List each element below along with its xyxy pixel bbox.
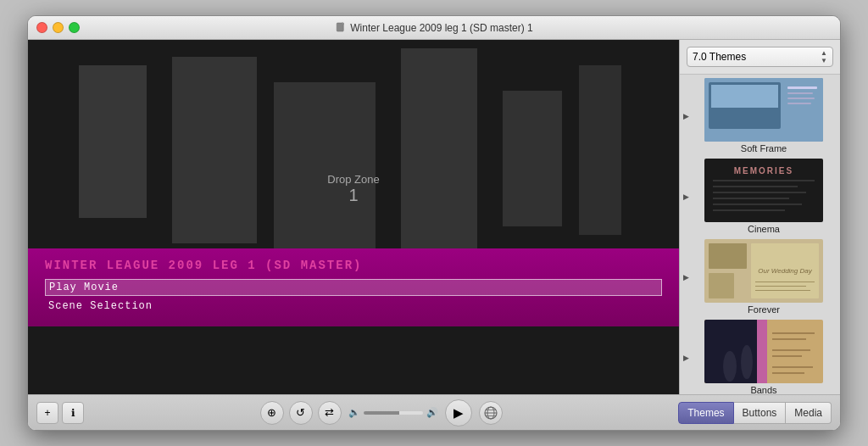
theme-item-bands[interactable]: ▶ (683, 320, 837, 394)
theme-item-soft-frame[interactable]: ▶ (683, 78, 837, 153)
minimize-button[interactable] (53, 22, 64, 33)
dvd-menu-title: WINTER LEAGUE 2009 LEG 1 (SD MASTER) (45, 259, 662, 272)
dropdown-label: 7.0 Themes (693, 51, 746, 63)
soft-frame-preview (704, 78, 823, 142)
svg-rect-15 (713, 198, 789, 199)
shuffle-icon: ⇄ (325, 406, 334, 419)
themes-list[interactable]: ▶ (680, 75, 840, 394)
theme-item-cinema[interactable]: ▶ MEMORIES (683, 159, 837, 234)
theme-thumb-bands (704, 320, 823, 383)
svg-rect-30 (757, 320, 767, 383)
volume-min-icon: 🔈 (348, 407, 360, 418)
theme-thumb-wrap-forever: Our Wedding Day Forever (691, 239, 837, 315)
loop-button[interactable]: ↺ (289, 401, 313, 425)
svg-rect-25 (755, 290, 810, 291)
menu-item-play[interactable]: Play Movie (45, 279, 662, 296)
svg-rect-34 (772, 355, 802, 357)
shuffle-button[interactable]: ⇄ (318, 401, 342, 425)
volume-slider[interactable] (364, 411, 423, 415)
tab-buttons[interactable]: Buttons (734, 402, 787, 424)
tab-media-label: Media (794, 407, 822, 419)
play-button[interactable]: ▶ (445, 399, 472, 426)
svg-rect-6 (787, 86, 817, 89)
tab-themes-label: Themes (687, 407, 724, 419)
maximize-button[interactable] (69, 22, 80, 33)
svg-point-28 (723, 351, 737, 382)
svg-rect-14 (713, 192, 806, 193)
network-button[interactable]: ⊕ (260, 401, 284, 425)
close-button[interactable] (36, 22, 47, 33)
titlebar: Winter League 2009 leg 1 (SD master) 1 (28, 16, 840, 40)
theme-arrow-soft-frame: ▶ (683, 112, 689, 120)
dropdown-arrows-icon: ▲ ▼ (821, 49, 827, 64)
window-title: Winter League 2009 leg 1 (SD master) 1 (335, 22, 532, 34)
svg-rect-32 (772, 338, 806, 340)
svg-rect-35 (772, 366, 813, 368)
tab-themes[interactable]: Themes (678, 402, 733, 424)
add-button[interactable]: + (36, 402, 58, 424)
svg-rect-31 (772, 332, 815, 334)
bg-rect-6 (579, 65, 621, 235)
theme-thumb-wrap-soft-frame: Soft Frame (691, 78, 837, 153)
theme-name-soft-frame: Soft Frame (691, 143, 837, 153)
preview-area: Drop Zone 1  WINTER LEAGUE 2009 LEG 1 (… (28, 40, 679, 394)
svg-rect-20 (709, 273, 734, 298)
svg-rect-33 (772, 349, 810, 351)
right-panel: 7.0 Themes ▲ ▼ ▶ (679, 40, 840, 394)
theme-name-bands: Bands (691, 385, 837, 394)
theme-arrow-bands: ▶ (683, 354, 689, 362)
svg-rect-17 (713, 209, 785, 211)
play-icon: ▶ (453, 405, 464, 421)
bg-rect-5 (503, 91, 562, 226)
drop-zone-number: 1 (327, 186, 379, 205)
bg-rect-2 (172, 57, 257, 243)
toolbar-left: + ℹ (36, 402, 84, 424)
drop-zone-label: Drop Zone (327, 173, 379, 186)
svg-rect-19 (709, 243, 747, 269)
forever-svg: Our Wedding Day (704, 239, 823, 303)
volume-area: 🔈 🔊 (348, 407, 438, 418)
dvd-menu-bar: WINTER LEAGUE 2009 LEG 1 (SD MASTER) Pla… (28, 248, 679, 326)
svg-text:Our Wedding Day: Our Wedding Day (758, 267, 812, 275)
dvd-preview: Drop Zone 1  WINTER LEAGUE 2009 LEG 1 (… (28, 40, 679, 394)
svg-rect-13 (713, 186, 798, 187)
svg-text:MEMORIES: MEMORIES (734, 166, 793, 176)
themes-dropdown-bar: 7.0 Themes ▲ ▼ (680, 40, 840, 75)
toolbar: + ℹ ⊕ ↺ ⇄ 🔈 🔊 (28, 394, 840, 430)
theme-name-cinema: Cinema (691, 224, 837, 234)
bg-rect-3 (274, 82, 376, 252)
volume-max-icon: 🔊 (426, 407, 438, 418)
loop-icon: ↺ (296, 406, 305, 419)
theme-item-forever[interactable]: ▶ Our Wedding Day (683, 239, 837, 315)
toolbar-center: ⊕ ↺ ⇄ 🔈 🔊 ▶ (84, 399, 678, 426)
theme-name-forever: Forever (691, 304, 837, 315)
svg-rect-12 (713, 180, 815, 181)
theme-thumb-soft-frame (704, 78, 823, 142)
svg-rect-5 (711, 85, 778, 108)
theme-arrow-cinema: ▶ (683, 192, 689, 201)
traffic-lights (36, 22, 80, 33)
svg-rect-4 (711, 108, 778, 126)
document-icon (335, 22, 347, 34)
toolbar-right: Themes Buttons Media (678, 402, 832, 424)
add-icon: + (44, 407, 50, 419)
main-content: Drop Zone 1  WINTER LEAGUE 2009 LEG 1 (… (28, 40, 840, 394)
svg-rect-36 (772, 372, 804, 374)
info-icon: ℹ (71, 407, 75, 419)
tab-buttons-label: Buttons (743, 407, 777, 419)
tab-media[interactable]: Media (786, 402, 832, 424)
svg-rect-16 (713, 203, 802, 205)
theme-thumb-wrap-cinema: MEMORIES Cinema (691, 159, 837, 234)
globe-button[interactable] (479, 401, 503, 425)
info-button[interactable]: ℹ (62, 402, 84, 424)
svg-rect-0 (337, 23, 343, 31)
theme-arrow-forever: ▶ (683, 273, 689, 282)
cinema-svg: MEMORIES (704, 159, 823, 222)
themes-dropdown[interactable]: 7.0 Themes ▲ ▼ (687, 47, 833, 67)
svg-rect-7 (787, 92, 813, 94)
network-icon: ⊕ (267, 406, 276, 419)
menu-item-scenes[interactable]: Scene Selection (45, 298, 662, 314)
main-window: Winter League 2009 leg 1 (SD master) 1 D… (27, 15, 841, 431)
theme-thumb-wrap-bands: Bands (691, 320, 837, 394)
svg-rect-23 (755, 282, 815, 282)
